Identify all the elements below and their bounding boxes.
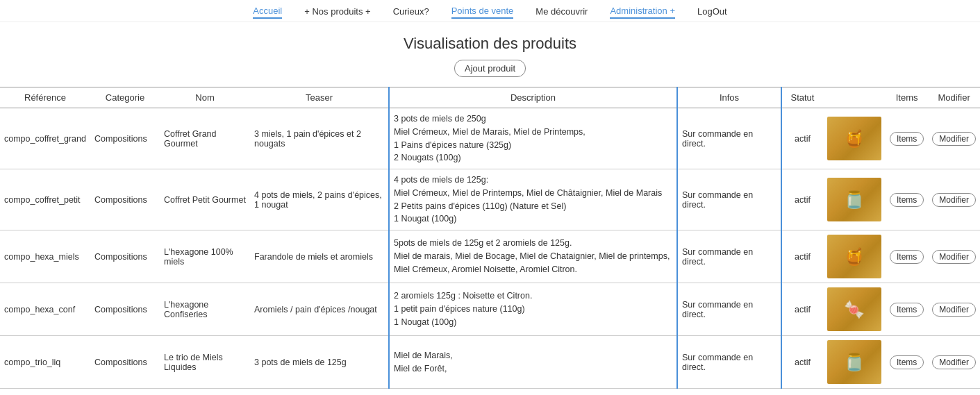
main-nav: Accueil + Nos produits + Curieux? Points… (0, 0, 980, 22)
header-reference: Référence (0, 87, 90, 108)
cell-description: 5pots de miels de 125g et 2 aromiels de … (389, 230, 677, 283)
cell-items: Items (886, 169, 928, 230)
cell-categorie: Compositions (90, 283, 160, 336)
items-button[interactable]: Items (890, 193, 924, 207)
table-row: compo_coffret_grand Compositions Coffret… (0, 108, 980, 169)
cell-nom: Le trio de Miels Liquides (160, 336, 250, 389)
cell-infos: Sur commande en direct. (677, 283, 781, 336)
header-items: Items (886, 87, 928, 108)
header-modifier: Modifier (928, 87, 980, 108)
cell-categorie: Compositions (90, 230, 160, 283)
cell-teaser: 4 pots de miels, 2 pains d'épices, 1 nou… (250, 169, 389, 230)
header-nom: Nom (160, 87, 250, 108)
nav-points-de-vente[interactable]: Points de vente (451, 6, 514, 19)
table-row: compo_trio_liq Compositions Le trio de M… (0, 336, 980, 389)
header-img (823, 87, 886, 108)
header-statut: Statut (781, 87, 823, 108)
modifier-button[interactable]: Modifier (932, 132, 976, 146)
cell-image (823, 108, 886, 169)
cell-items: Items (886, 230, 928, 283)
nav-administration[interactable]: Administration + (610, 6, 675, 19)
cell-reference: compo_hexa_miels (0, 230, 90, 283)
cell-image (823, 283, 886, 336)
cell-items: Items (886, 283, 928, 336)
cell-nom: Coffret Petit Gourmet (160, 169, 250, 230)
cell-description: Miel de Marais,Miel de Forêt, (389, 336, 677, 389)
modifier-button[interactable]: Modifier (932, 250, 976, 264)
cell-statut: actif (781, 283, 823, 336)
cell-statut: actif (781, 336, 823, 389)
cell-modifier: Modifier (928, 230, 980, 283)
header-description: Description (389, 87, 677, 108)
cell-categorie: Compositions (90, 108, 160, 169)
cell-items: Items (886, 336, 928, 389)
cell-teaser: Farandole de miels et aromiels (250, 230, 389, 283)
cell-infos: Sur commande en direct. (677, 336, 781, 389)
cell-modifier: Modifier (928, 169, 980, 230)
cell-description: 4 pots de miels de 125g:Miel Crémeux, Mi… (389, 169, 677, 230)
cell-image (823, 230, 886, 283)
cell-reference: compo_coffret_petit (0, 169, 90, 230)
products-table: Référence Categorie Nom Teaser Descripti… (0, 87, 980, 389)
cell-nom: Coffret Grand Gourmet (160, 108, 250, 169)
cell-teaser: 3 pots de miels de 125g (250, 336, 389, 389)
cell-reference: compo_coffret_grand (0, 108, 90, 169)
add-product-button[interactable]: Ajout produit (454, 60, 526, 77)
cell-nom: L'hexagone 100% miels (160, 230, 250, 283)
cell-categorie: Compositions (90, 169, 160, 230)
nav-logout[interactable]: LogOut (697, 6, 727, 18)
cell-description: 2 aromiels 125g : Noisette et Citron.1 p… (389, 283, 677, 336)
nav-curieux[interactable]: Curieux? (393, 6, 429, 18)
cell-statut: actif (781, 230, 823, 283)
table-row: compo_coffret_petit Compositions Coffret… (0, 169, 980, 230)
cell-image (823, 336, 886, 389)
header-teaser: Teaser (250, 87, 389, 108)
cell-teaser: 3 miels, 1 pain d'épices et 2 nougats (250, 108, 389, 169)
cell-infos: Sur commande en direct. (677, 169, 781, 230)
cell-image (823, 169, 886, 230)
cell-infos: Sur commande en direct. (677, 108, 781, 169)
items-button[interactable]: Items (890, 132, 924, 146)
cell-infos: Sur commande en direct. (677, 230, 781, 283)
nav-accueil[interactable]: Accueil (253, 6, 282, 19)
cell-statut: actif (781, 108, 823, 169)
items-button[interactable]: Items (890, 303, 924, 317)
nav-nos-produits[interactable]: + Nos produits + (304, 6, 370, 18)
cell-modifier: Modifier (928, 283, 980, 336)
cell-nom: L'hexagone Confiseries (160, 283, 250, 336)
modifier-button[interactable]: Modifier (932, 355, 976, 369)
cell-categorie: Compositions (90, 336, 160, 389)
page-title: Visualisation des produits (0, 35, 980, 53)
modifier-button[interactable]: Modifier (932, 193, 976, 207)
cell-reference: compo_hexa_conf (0, 283, 90, 336)
cell-statut: actif (781, 169, 823, 230)
nav-me-decouvrir[interactable]: Me découvrir (535, 6, 588, 18)
items-button[interactable]: Items (890, 250, 924, 264)
header-infos: Infos (677, 87, 781, 108)
cell-teaser: Aromiels / pain d'épices /nougat (250, 283, 389, 336)
cell-items: Items (886, 108, 928, 169)
cell-description: 3 pots de miels de 250gMiel Crémeux, Mie… (389, 108, 677, 169)
header-categorie: Categorie (90, 87, 160, 108)
table-row: compo_hexa_miels Compositions L'hexagone… (0, 230, 980, 283)
cell-modifier: Modifier (928, 108, 980, 169)
table-row: compo_hexa_conf Compositions L'hexagone … (0, 283, 980, 336)
cell-modifier: Modifier (928, 336, 980, 389)
modifier-button[interactable]: Modifier (932, 303, 976, 317)
cell-reference: compo_trio_liq (0, 336, 90, 389)
items-button[interactable]: Items (890, 355, 924, 369)
